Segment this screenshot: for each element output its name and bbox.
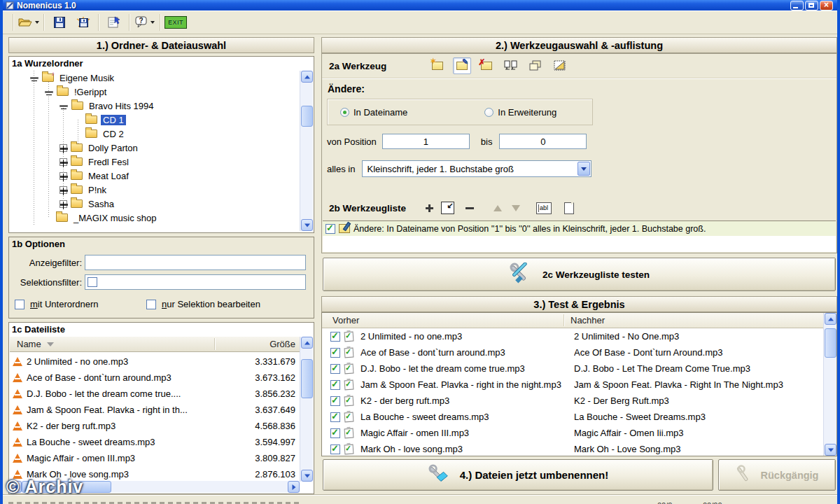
result-enabled-checkbox[interactable] [330, 396, 340, 406]
file-list-vscrollbar[interactable] [300, 337, 313, 482]
scroll-up-button[interactable] [301, 71, 313, 83]
tree-item[interactable]: P!nk [10, 183, 299, 197]
to-position-input[interactable] [499, 134, 587, 149]
expand-plus-icon[interactable] [59, 200, 67, 208]
save-as-button[interactable] [71, 12, 95, 33]
expand-plus-icon[interactable] [59, 144, 67, 152]
help-dropdown-arrow[interactable] [150, 21, 155, 24]
rename-tool-button[interactable]: abl [535, 200, 553, 216]
file-row[interactable]: 2 Unlimited - no one.mp33.331.679 [10, 354, 300, 370]
result-table-header[interactable]: Vorher Nachher [322, 313, 823, 328]
after-column-header[interactable]: Nachher [570, 315, 605, 326]
scroll-up-button[interactable] [301, 337, 313, 349]
maximize-button[interactable] [805, 1, 818, 10]
scroll-up-button[interactable] [825, 313, 836, 325]
column-divider[interactable] [564, 314, 565, 326]
file-list-header[interactable]: Name Größe [10, 337, 300, 352]
before-column-header[interactable]: Vorher [332, 315, 359, 326]
tool-list-box[interactable]: Ändere: In Dateiname von Position ''1'' … [323, 220, 836, 252]
expand-plus-icon[interactable] [59, 158, 67, 166]
tree-item[interactable]: CD 2 [10, 127, 299, 141]
new-list-button[interactable] [560, 200, 578, 216]
selection-filter-input[interactable] [85, 274, 306, 290]
file-row[interactable]: Magic Affair - omen III.mp33.809.827 [10, 450, 300, 466]
add-tool-button[interactable] [420, 200, 438, 216]
scroll-down-button[interactable] [301, 470, 313, 482]
display-filter-input[interactable] [85, 255, 306, 270]
tree-item[interactable]: Fredl Fesl [10, 155, 299, 169]
file-row[interactable]: D.J. Bobo - let the dream come true....3… [10, 386, 300, 402]
radio-in-extension[interactable]: In Erweiterung [484, 107, 556, 118]
tree-item[interactable]: Sasha [10, 197, 299, 211]
selection-only-checkbox[interactable] [146, 300, 156, 309]
result-row[interactable]: La Bouche - sweet dreams.mp3La Bouche - … [322, 409, 823, 425]
file-row[interactable]: La Bouche - sweet dreams.mp33.594.997 [10, 434, 300, 450]
insert-tool-button[interactable] [438, 200, 456, 216]
result-enabled-checkbox[interactable] [330, 444, 340, 454]
name-column-header[interactable]: Name [10, 339, 41, 349]
expand-plus-icon[interactable] [59, 172, 67, 180]
column-divider[interactable] [214, 338, 216, 350]
tree-item[interactable]: CD 1 [10, 113, 299, 127]
result-rows[interactable]: 2 Unlimited - no one.mp32 Unlimited - No… [322, 328, 823, 456]
test-toollist-button[interactable]: 2c Werkzeugliste testen [323, 258, 836, 291]
tool-structure-button[interactable] [502, 57, 520, 74]
tool-list-entry[interactable]: Ändere: In Dateiname von Position ''1'' … [323, 221, 836, 236]
tree-item[interactable]: ♪Eigene Musik [10, 71, 299, 85]
minimize-button[interactable] [790, 1, 804, 10]
result-row[interactable]: Mark Oh - love song.mp3Mark Oh - Love So… [322, 441, 823, 456]
size-column-header[interactable]: Größe [231, 339, 300, 349]
move-up-button[interactable] [489, 200, 507, 216]
result-row[interactable]: Jam & Spoon Feat. Plavka - right in the … [322, 377, 823, 393]
scroll-down-button[interactable] [825, 444, 836, 456]
folder-tree[interactable]: ♪Eigene Musik!GeripptBravo Hits 1994CD 1… [10, 71, 299, 231]
result-row[interactable]: D.J. Bobo - let the dream come true.mp3D… [322, 360, 823, 377]
result-row[interactable]: Magic Affair - omen III.mp3Magic Affair … [322, 425, 823, 441]
selection-filter-checkbox[interactable] [88, 277, 97, 287]
expand-minus-icon[interactable] [45, 91, 53, 93]
tool-enabled-checkbox[interactable] [326, 224, 335, 234]
result-row[interactable]: Ace of Base - dont`turn around.mp3Ace Of… [322, 344, 823, 360]
radio-in-filename[interactable]: In Dateiname [340, 107, 407, 118]
result-enabled-checkbox[interactable] [330, 364, 340, 374]
result-scrollbar[interactable] [823, 313, 836, 456]
tree-item[interactable]: Bravo Hits 1994 [10, 99, 299, 113]
tree-item[interactable]: Meat Loaf [10, 169, 299, 183]
combo-dropdown-button[interactable] [578, 162, 590, 176]
result-row[interactable]: 2 Unlimited - no one.mp32 Unlimited - No… [322, 328, 823, 344]
tool-change-button[interactable]: ✎ [453, 57, 471, 74]
scrollbar-thumb[interactable] [301, 106, 313, 127]
save-button[interactable] [48, 12, 71, 33]
tool-copy-button[interactable] [526, 57, 545, 74]
scrollbar-thumb[interactable] [301, 359, 313, 398]
tree-item[interactable]: Dolly Parton [10, 141, 299, 155]
subfolders-checkbox[interactable] [15, 300, 24, 309]
open-button[interactable] [17, 12, 41, 33]
result-enabled-checkbox[interactable] [330, 380, 340, 390]
tree-item[interactable]: !Gerippt [10, 85, 299, 99]
result-enabled-checkbox[interactable] [330, 332, 340, 342]
undo-button[interactable]: Rückgängig [718, 459, 836, 491]
tree-item[interactable]: _MAGIX music shop [10, 211, 299, 225]
expand-plus-icon[interactable] [59, 186, 67, 194]
properties-button[interactable] [102, 12, 126, 33]
result-enabled-checkbox[interactable] [330, 428, 340, 438]
remove-tool-button[interactable] [461, 200, 479, 216]
from-position-input[interactable] [382, 134, 470, 149]
move-down-button[interactable] [507, 200, 525, 216]
expand-minus-icon[interactable] [59, 105, 68, 107]
exit-button[interactable]: EXIT [164, 12, 188, 33]
file-list[interactable]: 2 Unlimited - no one.mp33.331.679Ace of … [10, 354, 300, 493]
scroll-right-button[interactable] [288, 481, 300, 493]
help-button[interactable]: ? [133, 12, 157, 33]
scrollbar-thumb[interactable] [825, 328, 836, 358]
scroll-down-button[interactable] [301, 219, 313, 231]
result-enabled-checkbox[interactable] [330, 412, 340, 422]
open-dropdown-arrow[interactable] [35, 21, 39, 24]
rename-now-button[interactable]: 4.) Dateien jetzt umbenennen! [323, 459, 713, 491]
tool-new-button[interactable]: ✶ [428, 57, 447, 74]
tool-delete-button[interactable]: ✗ [477, 57, 496, 74]
file-row[interactable]: Jam & Spoon Feat. Plavka - right in th..… [10, 402, 300, 418]
close-button[interactable] [820, 1, 833, 10]
tool-scale-button[interactable] [551, 57, 569, 74]
